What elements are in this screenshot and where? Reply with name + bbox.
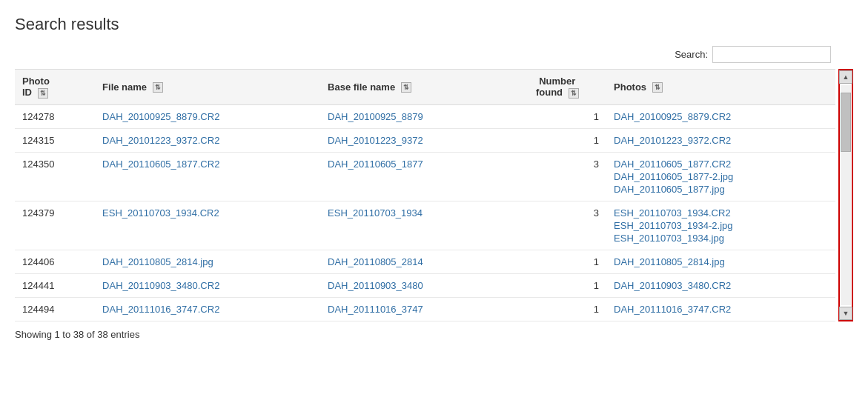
- file-name-link[interactable]: ESH_20110703_1934.CR2: [102, 207, 219, 219]
- photo-link[interactable]: ESH_20110703_1934-2.jpg: [614, 220, 828, 231]
- photos-list: DAH_20111016_3747.CR2: [614, 304, 828, 315]
- cell-photos: DAH_20101223_9372.CR2: [606, 128, 835, 152]
- photo-link[interactable]: DAH_20110605_1877.jpg: [614, 184, 828, 195]
- cell-file-name: ESH_20110703_1934.CR2: [95, 201, 320, 250]
- scroll-up-button[interactable]: ▲: [839, 70, 852, 84]
- file-name-link[interactable]: DAH_20100925_8879.CR2: [102, 111, 219, 122]
- sort-photos-icon[interactable]: ⇅: [652, 82, 663, 93]
- table-row: 124494DAH_20111016_3747.CR2DAH_20111016_…: [15, 297, 835, 321]
- col-photo-id: PhotoID ⇅: [15, 70, 95, 105]
- table-wrapper: PhotoID ⇅ File name ⇅ Base file name ⇅ N…: [15, 69, 853, 321]
- sort-file-name-icon[interactable]: ⇅: [153, 82, 163, 93]
- cell-photo-id: 124379: [15, 201, 95, 250]
- cell-photo-id: 124406: [15, 250, 95, 273]
- file-name-link[interactable]: DAH_20110805_2814.jpg: [102, 256, 213, 267]
- cell-photo-id: 124278: [15, 104, 95, 128]
- photo-link[interactable]: DAH_20110605_1877-2.jpg: [614, 171, 828, 182]
- cell-photo-id: 124350: [15, 152, 95, 201]
- cell-photos: DAH_20100925_8879.CR2: [606, 104, 835, 128]
- base-file-name-link[interactable]: DAH_20110805_2814: [328, 256, 423, 267]
- table-row: 124350DAH_20110605_1877.CR2DAH_20110605_…: [15, 152, 835, 201]
- cell-photos: DAH_20110903_3480.CR2: [606, 273, 835, 297]
- photos-list: DAH_20110903_3480.CR2: [614, 280, 828, 291]
- sort-number-found-icon[interactable]: ⇅: [569, 88, 579, 99]
- cell-file-name: DAH_20100925_8879.CR2: [95, 104, 320, 128]
- photos-list: DAH_20101223_9372.CR2: [614, 135, 828, 146]
- file-name-link[interactable]: DAH_20110605_1877.CR2: [102, 159, 219, 170]
- sort-base-file-name-icon[interactable]: ⇅: [401, 82, 411, 93]
- cell-number-found: 1: [508, 297, 607, 321]
- cell-base-file-name: DAH_20110605_1877: [320, 152, 508, 201]
- table-row: 124441DAH_20110903_3480.CR2DAH_20110903_…: [15, 273, 835, 297]
- cell-base-file-name: DAH_20110805_2814: [320, 250, 508, 273]
- cell-photo-id: 124494: [15, 297, 95, 321]
- cell-number-found: 3: [508, 201, 607, 250]
- scrollbar-track: [841, 85, 851, 305]
- sort-photo-id-icon[interactable]: ⇅: [38, 88, 48, 99]
- cell-photo-id: 124441: [15, 273, 95, 297]
- cell-base-file-name: DAH_20100925_8879: [320, 104, 508, 128]
- base-file-name-link[interactable]: DAH_20111016_3747: [328, 304, 423, 315]
- cell-photos: DAH_20110805_2814.jpg: [606, 250, 835, 273]
- col-number-found: Numberfound ⇅: [508, 70, 607, 105]
- col-base-file-name: Base file name ⇅: [320, 70, 508, 105]
- cell-base-file-name: DAH_20111016_3747: [320, 297, 508, 321]
- cell-number-found: 1: [508, 273, 607, 297]
- table-scroll-area: PhotoID ⇅ File name ⇅ Base file name ⇅ N…: [15, 69, 835, 321]
- table-row: 124315DAH_20101223_9372.CR2DAH_20101223_…: [15, 128, 835, 152]
- footer-text: Showing 1 to 38 of 38 entries: [15, 329, 853, 340]
- results-table: PhotoID ⇅ File name ⇅ Base file name ⇅ N…: [15, 69, 835, 321]
- col-photos: Photos ⇅: [606, 70, 835, 105]
- photos-list: DAH_20110605_1877.CR2DAH_20110605_1877-2…: [614, 159, 828, 195]
- photo-link[interactable]: DAH_20111016_3747.CR2: [614, 304, 828, 315]
- cell-file-name: DAH_20110605_1877.CR2: [95, 152, 320, 201]
- page-title: Search results: [15, 15, 853, 34]
- scroll-down-button[interactable]: ▼: [839, 307, 852, 320]
- cell-photos: ESH_20110703_1934.CR2ESH_20110703_1934-2…: [606, 201, 835, 250]
- photo-link[interactable]: DAH_20101223_9372.CR2: [614, 135, 828, 146]
- cell-number-found: 1: [508, 104, 607, 128]
- cell-number-found: 1: [508, 128, 607, 152]
- cell-photos: DAH_20110605_1877.CR2DAH_20110605_1877-2…: [606, 152, 835, 201]
- search-input[interactable]: [712, 46, 831, 63]
- base-file-name-link[interactable]: DAH_20101223_9372: [328, 135, 423, 146]
- base-file-name-link[interactable]: DAH_20100925_8879: [328, 111, 423, 122]
- photo-link[interactable]: DAH_20110605_1877.CR2: [614, 159, 828, 170]
- cell-file-name: DAH_20110805_2814.jpg: [95, 250, 320, 273]
- photo-link[interactable]: DAH_20110903_3480.CR2: [614, 280, 828, 291]
- cell-base-file-name: DAH_20101223_9372: [320, 128, 508, 152]
- file-name-link[interactable]: DAH_20111016_3747.CR2: [102, 304, 219, 315]
- base-file-name-link[interactable]: DAH_20110903_3480: [328, 280, 423, 291]
- base-file-name-link[interactable]: DAH_20110605_1877: [328, 159, 423, 170]
- table-row: 124406DAH_20110805_2814.jpgDAH_20110805_…: [15, 250, 835, 273]
- file-name-link[interactable]: DAH_20110903_3480.CR2: [102, 280, 219, 291]
- photos-list: DAH_20100925_8879.CR2: [614, 111, 828, 122]
- cell-number-found: 3: [508, 152, 607, 201]
- photo-link[interactable]: DAH_20110805_2814.jpg: [614, 256, 828, 267]
- cell-file-name: DAH_20110903_3480.CR2: [95, 273, 320, 297]
- photo-link[interactable]: ESH_20110703_1934.jpg: [614, 233, 828, 244]
- photos-list: ESH_20110703_1934.CR2ESH_20110703_1934-2…: [614, 207, 828, 244]
- base-file-name-link[interactable]: ESH_20110703_1934: [328, 207, 423, 219]
- custom-scrollbar: ▲ ▼: [838, 69, 853, 321]
- top-bar: Search:: [15, 46, 853, 63]
- photo-link[interactable]: ESH_20110703_1934.CR2: [614, 207, 828, 219]
- cell-base-file-name: DAH_20110903_3480: [320, 273, 508, 297]
- cell-file-name: DAH_20101223_9372.CR2: [95, 128, 320, 152]
- col-file-name: File name ⇅: [95, 70, 320, 105]
- cell-photos: DAH_20111016_3747.CR2: [606, 297, 835, 321]
- search-label: Search:: [675, 49, 708, 60]
- file-name-link[interactable]: DAH_20101223_9372.CR2: [102, 135, 219, 146]
- table-row: 124379ESH_20110703_1934.CR2ESH_20110703_…: [15, 201, 835, 250]
- cell-file-name: DAH_20111016_3747.CR2: [95, 297, 320, 321]
- photo-link[interactable]: DAH_20100925_8879.CR2: [614, 111, 828, 122]
- cell-number-found: 1: [508, 250, 607, 273]
- table-header-row: PhotoID ⇅ File name ⇅ Base file name ⇅ N…: [15, 70, 835, 105]
- photos-list: DAH_20110805_2814.jpg: [614, 256, 828, 267]
- cell-base-file-name: ESH_20110703_1934: [320, 201, 508, 250]
- scrollbar-thumb[interactable]: [841, 93, 851, 152]
- cell-photo-id: 124315: [15, 128, 95, 152]
- table-row: 124278DAH_20100925_8879.CR2DAH_20100925_…: [15, 104, 835, 128]
